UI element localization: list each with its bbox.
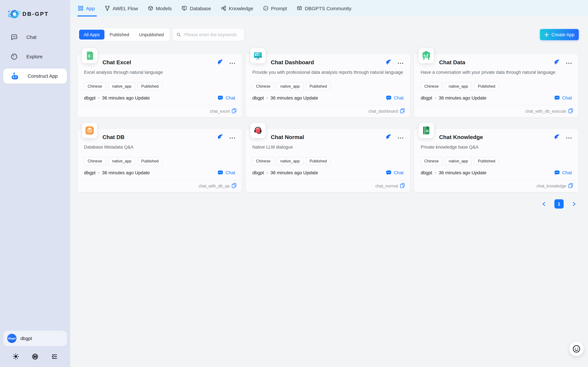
tab-dbgpts-community[interactable]: DBGPTS Community (297, 0, 351, 17)
more-menu-icon[interactable] (566, 134, 572, 140)
dingtalk-share-icon[interactable] (554, 59, 560, 66)
app-scene-name: chat_excel (210, 109, 230, 114)
tab-awel-flow[interactable]: AWEL Flow (105, 0, 138, 17)
tab-prompt[interactable]: Prompt (263, 0, 287, 17)
dingtalk-share-icon[interactable] (217, 59, 223, 66)
app-title: Chat Excel (102, 59, 217, 66)
sidebar-item-construct-app[interactable]: Construct App (3, 68, 67, 84)
more-menu-icon[interactable] (398, 60, 404, 66)
tab-models[interactable]: Models (148, 0, 172, 17)
filter-all-apps[interactable]: All Apps (79, 30, 104, 40)
dingtalk-share-icon[interactable] (385, 133, 392, 141)
page-number-1[interactable]: 1 (555, 199, 564, 209)
tab-label: Prompt (271, 5, 287, 11)
app-title: Chat DB (102, 134, 217, 141)
dingtalk-share-icon[interactable] (554, 133, 560, 141)
copy-icon[interactable] (400, 183, 405, 189)
chat-button[interactable]: Chat (218, 95, 235, 100)
app-title: Chat Data (439, 59, 554, 66)
more-menu-icon[interactable] (398, 134, 404, 140)
copy-icon[interactable] (568, 183, 573, 189)
copy-icon[interactable] (232, 183, 237, 189)
copy-icon[interactable] (232, 108, 237, 115)
brand-logo[interactable]: DB-GPT (0, 0, 70, 20)
sidebar-item-explore[interactable]: Explore (3, 49, 67, 64)
app-grid-icon (78, 6, 83, 11)
more-menu-icon[interactable] (229, 60, 235, 66)
app-card-chat-db[interactable]: Chat DB Database Metadata Q&A Chines (77, 129, 242, 192)
app-card-chat-dashboard[interactable]: Chat Dashboard Provide you with professi… (246, 54, 410, 117)
db-layers-icon (85, 125, 95, 135)
more-menu-icon[interactable] (566, 60, 572, 66)
chat-button-label: Chat (394, 170, 404, 175)
language-globe-icon[interactable] (31, 352, 40, 361)
tab-database[interactable]: Database (182, 0, 211, 17)
app-card-chat-normal[interactable]: Chat Normal Native LLM dialogue Chin (246, 129, 410, 192)
prev-page-button[interactable] (539, 199, 548, 209)
app-tags: Chinese native_app Published (84, 157, 235, 165)
tag-status: Published (474, 157, 499, 165)
app-updated: 36 minutes ago Update (439, 170, 487, 175)
theme-sun-icon[interactable] (11, 352, 20, 361)
chat-button-label: Chat (562, 95, 572, 100)
next-page-button[interactable] (570, 199, 579, 209)
meta-separator: • (435, 171, 436, 175)
chat-button[interactable]: Chat (555, 170, 572, 175)
tag-language: Chinese (84, 82, 106, 90)
tag-type: native_app (445, 157, 472, 165)
app-description: Have a conversation with your private da… (421, 70, 572, 77)
user-profile[interactable]: dbgpt dbgpt (3, 331, 67, 346)
database-monitor-icon (182, 6, 187, 11)
copy-icon[interactable] (568, 108, 573, 115)
app-card-chat-data[interactable]: Chat Data Have a conversation with your … (414, 54, 579, 117)
app-title: Chat Normal (271, 134, 385, 141)
apps-toolbar: All Apps Published Unpublished Create Ap… (77, 28, 579, 41)
filter-published[interactable]: Published (105, 30, 134, 40)
meta-separator: • (98, 171, 99, 175)
sidebar-footer (0, 350, 70, 367)
dingtalk-share-icon[interactable] (217, 133, 223, 141)
collapse-sidebar-icon[interactable] (50, 352, 59, 361)
app-tags: Chinese native_app Published (421, 82, 572, 90)
tab-knowledge[interactable]: Knowledge (221, 0, 253, 17)
chat-bubble-filled-icon (386, 95, 392, 100)
search-input[interactable] (184, 32, 240, 37)
app-icon-tile (82, 123, 97, 138)
dingtalk-share-icon[interactable] (385, 59, 392, 66)
headset-icon (253, 125, 263, 135)
copy-icon[interactable] (400, 108, 405, 115)
tab-app[interactable]: App (78, 0, 95, 17)
knowledge-nodes-icon (221, 6, 226, 11)
chat-button[interactable]: Chat (218, 170, 235, 175)
sidebar-item-chat[interactable]: Chat (3, 30, 67, 45)
tag-language: Chinese (421, 82, 442, 90)
feedback-smiley-button[interactable] (569, 342, 584, 356)
create-app-label: Create App (551, 32, 574, 37)
chat-bubble-filled-icon (386, 170, 392, 175)
tab-label: Database (190, 5, 211, 11)
app-description: Database Metadata Q&A (84, 145, 235, 152)
tab-label: App (86, 5, 95, 11)
app-card-chat-excel[interactable]: X Chat Excel (77, 54, 242, 117)
app-card-chat-knowledge[interactable]: Chat Knowledge Private knowledge base Q&… (414, 129, 579, 192)
sidebar-item-label: Chat (26, 35, 36, 40)
tab-label: DBGPTS Community (305, 5, 351, 11)
chevron-left-icon (542, 202, 546, 206)
chat-button[interactable]: Chat (386, 170, 404, 175)
filter-segmented-control: All Apps Published Unpublished (77, 28, 170, 41)
app-owner: dbgpt (252, 170, 264, 175)
filter-unpublished[interactable]: Unpublished (134, 30, 168, 40)
keyword-search[interactable] (172, 28, 244, 41)
app-scene-name: chat_knowledge (537, 184, 566, 188)
knowledge-book-icon (421, 125, 431, 135)
app-scene-name: chat_with_db_execute (525, 109, 566, 114)
chat-button[interactable]: Chat (386, 95, 404, 100)
tag-language: Chinese (84, 157, 106, 165)
chat-button[interactable]: Chat (555, 95, 572, 100)
tag-type: native_app (108, 157, 135, 165)
more-menu-icon[interactable] (229, 134, 235, 140)
meta-separator: • (435, 96, 436, 100)
create-app-button[interactable]: Create App (540, 29, 579, 40)
tab-label: Models (156, 5, 172, 11)
app-scene-name: chat_with_db_qa (199, 184, 230, 188)
